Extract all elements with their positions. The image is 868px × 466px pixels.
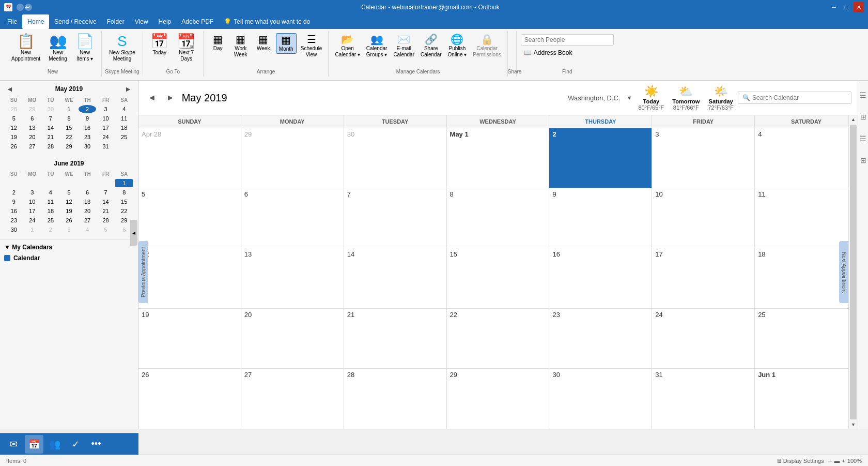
scroll-down-button[interactable]: ▼ xyxy=(849,420,858,429)
zoom-in-button[interactable]: + xyxy=(842,458,845,464)
mini-cal-day[interactable]: 13 xyxy=(79,198,96,206)
mini-cal-day[interactable]: 12 xyxy=(60,198,78,206)
nav-people-button[interactable]: 👥 xyxy=(45,435,64,454)
mini-cal-day[interactable]: 2 xyxy=(42,226,59,234)
mini-cal-day[interactable]: 6 xyxy=(79,188,96,197)
mini-cal-day[interactable]: 6 xyxy=(24,114,41,123)
mini-cal-day[interactable]: 4 xyxy=(42,188,59,197)
right-panel-icon-3[interactable]: ☰ xyxy=(859,128,868,149)
mini-cal-day[interactable] xyxy=(115,142,133,151)
mini-cal-day-june-1[interactable]: 1 xyxy=(115,179,133,187)
mini-cal-day[interactable]: 15 xyxy=(60,124,78,132)
open-calendar-button[interactable]: 📂 OpenCalendar ▾ xyxy=(333,33,362,59)
mini-cal-day[interactable] xyxy=(60,179,78,187)
mini-cal-day[interactable]: 16 xyxy=(79,124,96,132)
right-panel-icon-4[interactable]: ⊞ xyxy=(859,150,868,171)
mini-cal-day[interactable]: 28 xyxy=(42,142,59,151)
day-cell-28[interactable]: 28 xyxy=(344,369,447,429)
mini-cal-day[interactable]: 12 xyxy=(5,124,23,132)
minimize-button[interactable]: ─ xyxy=(829,2,839,12)
menu-file[interactable]: File xyxy=(2,14,22,29)
quick-action-save[interactable] xyxy=(17,4,24,11)
mini-cal-day[interactable]: 22 xyxy=(60,133,78,141)
day-cell-apr28[interactable]: Apr 28 xyxy=(138,128,241,188)
close-button[interactable]: ✕ xyxy=(854,2,864,12)
day-cell-may2-today[interactable]: 2 xyxy=(549,128,652,188)
day-cell-15[interactable]: 15 xyxy=(447,248,550,308)
mini-cal-day[interactable]: 17 xyxy=(24,207,41,215)
day-cell-12[interactable]: 12 xyxy=(138,248,241,308)
day-cell-30[interactable]: 30 xyxy=(549,369,652,429)
mini-cal-day[interactable]: 30 xyxy=(79,142,96,151)
mini-cal-day[interactable]: 5 xyxy=(5,114,23,123)
zoom-out-button[interactable]: ─ xyxy=(828,458,832,464)
mini-cal-day[interactable]: 29 xyxy=(24,105,41,113)
calendar-search-input[interactable] xyxy=(752,94,847,101)
month-view-button[interactable]: ▦ Month xyxy=(276,33,297,54)
menu-tell-me[interactable]: 💡 Tell me what you want to do xyxy=(219,14,315,29)
mini-cal-day[interactable]: 5 xyxy=(97,226,115,234)
mini-cal-day[interactable]: 16 xyxy=(5,207,23,215)
mini-cal-day[interactable]: 13 xyxy=(24,124,41,132)
mini-cal-day[interactable]: 19 xyxy=(5,133,23,141)
day-cell-7[interactable]: 7 xyxy=(344,188,447,248)
menu-send-receive[interactable]: Send / Receive xyxy=(49,14,101,29)
day-cell-26[interactable]: 26 xyxy=(138,369,241,429)
mini-cal-day[interactable]: 1 xyxy=(24,226,41,234)
mini-cal-day[interactable]: 22 xyxy=(115,207,133,215)
mini-cal-day[interactable]: 26 xyxy=(60,216,78,224)
mini-cal-day[interactable]: 4 xyxy=(79,226,96,234)
mini-cal-day[interactable]: 31 xyxy=(97,142,115,151)
mini-cal-day[interactable]: 1 xyxy=(60,105,78,113)
calendar-permissions-button[interactable]: 🔒 CalendarPermissions xyxy=(471,33,503,59)
nav-mail-button[interactable]: ✉ xyxy=(4,435,23,454)
mini-cal-day[interactable]: 11 xyxy=(115,114,133,123)
work-week-view-button[interactable]: ▦ WorkWeek xyxy=(230,33,251,59)
mini-cal-day[interactable]: 28 xyxy=(97,216,115,224)
nav-calendar-button[interactable]: 📅 xyxy=(25,435,43,454)
day-view-button[interactable]: ▦ Day xyxy=(208,33,228,53)
day-cell-14[interactable]: 14 xyxy=(344,248,447,308)
next-7-days-button[interactable]: 📆 Next 7Days xyxy=(174,33,199,63)
mini-cal-day[interactable]: 30 xyxy=(5,226,23,234)
nav-more-button[interactable]: ••• xyxy=(87,435,105,454)
mini-cal-day[interactable]: 18 xyxy=(42,207,59,215)
mini-cal-day[interactable]: 19 xyxy=(60,207,78,215)
day-cell-13[interactable]: 13 xyxy=(241,248,344,308)
quick-action-undo[interactable]: ↩ xyxy=(25,4,32,11)
day-cell-11[interactable]: 11 xyxy=(755,188,858,248)
day-cell-17[interactable]: 17 xyxy=(652,248,755,308)
address-book-button[interactable]: 📖 Address Book xyxy=(521,48,576,58)
day-cell-16[interactable]: 16 xyxy=(549,248,652,308)
mini-cal-day[interactable]: 23 xyxy=(79,133,96,141)
day-cell-may1[interactable]: May 1 xyxy=(447,128,550,188)
mini-cal-day[interactable]: 24 xyxy=(97,133,115,141)
mini-cal-day[interactable]: 25 xyxy=(42,216,59,224)
mini-cal-prev-button[interactable]: ◄ xyxy=(4,85,16,93)
mini-cal-day[interactable] xyxy=(5,179,23,187)
mini-cal-next-button[interactable]: ► xyxy=(122,85,134,93)
mini-cal-day[interactable] xyxy=(24,179,41,187)
day-cell-10[interactable]: 10 xyxy=(652,188,755,248)
mini-cal-day[interactable]: 14 xyxy=(97,198,115,206)
scroll-up-button[interactable]: ▲ xyxy=(849,115,858,124)
menu-view[interactable]: View xyxy=(130,14,153,29)
mini-cal-day[interactable]: 14 xyxy=(42,124,59,132)
maximize-button[interactable]: □ xyxy=(841,2,851,12)
mini-cal-day[interactable]: 3 xyxy=(24,188,41,197)
day-cell-23[interactable]: 23 xyxy=(549,309,652,368)
mini-cal-day[interactable] xyxy=(79,179,96,187)
mini-cal-day[interactable]: 30 xyxy=(42,105,59,113)
menu-help[interactable]: Help xyxy=(153,14,177,29)
day-cell-5[interactable]: 5 xyxy=(138,188,241,248)
day-cell-20[interactable]: 20 xyxy=(241,309,344,368)
scroll-thumb[interactable] xyxy=(850,125,857,419)
mini-cal-day[interactable]: 8 xyxy=(115,188,133,197)
mini-cal-day[interactable]: 7 xyxy=(97,188,115,197)
new-appointment-button[interactable]: 📋 NewAppointment xyxy=(8,33,43,63)
zoom-slider[interactable]: ▬ xyxy=(834,458,840,464)
mini-cal-day[interactable] xyxy=(97,179,115,187)
display-settings-button[interactable]: 🖥 Display Settings xyxy=(776,458,824,464)
day-cell-19[interactable]: 19 xyxy=(138,309,241,368)
calendar-search-box[interactable]: 🔍 xyxy=(738,92,851,104)
